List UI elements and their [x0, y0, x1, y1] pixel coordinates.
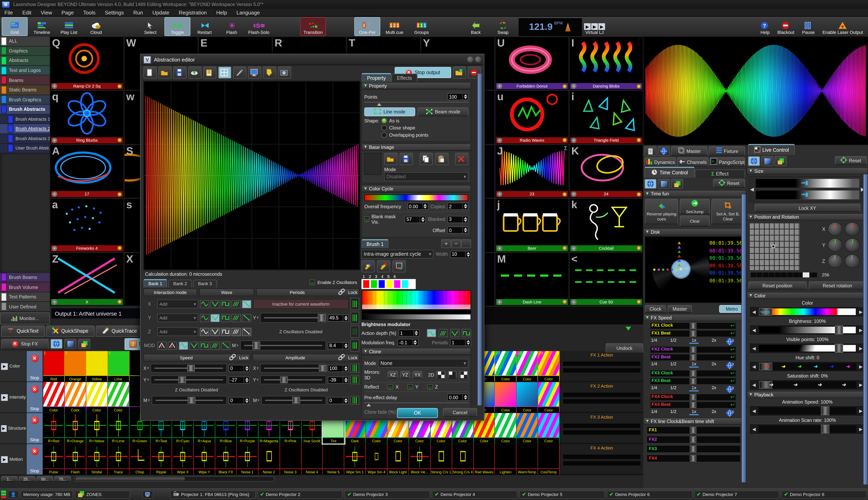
brush-swatch[interactable] [371, 280, 377, 288]
panelA-scrollbar[interactable] [741, 194, 746, 483]
base-copy-button[interactable] [420, 153, 433, 165]
mirror-yz-button[interactable]: YZ [400, 371, 410, 379]
reset-rotation-button[interactable]: Reset rotation [809, 281, 866, 289]
bm-wave-sq[interactable] [462, 329, 471, 337]
fx-blue-button[interactable] [64, 339, 76, 349]
dialog-title-bar[interactable]: V Abstraction editor [141, 54, 484, 65]
lock-xy-button[interactable]: Lock XY [755, 204, 860, 212]
fx-cell[interactable]: Ripple [151, 444, 172, 475]
tab-effect[interactable]: ΣEffect [695, 169, 745, 178]
notes-button[interactable] [203, 67, 216, 79]
quick-tool-tab[interactable]: QuickTrace [95, 326, 143, 337]
clone-mode-select[interactable]: None [378, 359, 468, 367]
fx-cell[interactable]: Chop [129, 444, 151, 475]
property-section-header[interactable]: Property [362, 82, 471, 89]
cloud-upload-button[interactable] [188, 67, 201, 79]
mirror-yx-button[interactable]: YX [412, 371, 423, 379]
cue-cell[interactable]: M Dash Line [495, 252, 569, 306]
fx-speed-scale[interactable]: 1/41/21x2x4x [651, 409, 734, 415]
points-spinner[interactable]: 100 [447, 93, 468, 100]
y-wave-line[interactable] [242, 314, 251, 322]
amp-x-fft[interactable] [351, 364, 359, 373]
tab-time-control[interactable]: Time Control [644, 167, 695, 178]
amp-m-value[interactable]: 0 [328, 397, 349, 404]
z-interaction-select[interactable]: Add [157, 327, 198, 336]
fx-cell[interactable]: R>Lime [108, 413, 129, 443]
fx-cell[interactable]: Wipe X [172, 444, 194, 475]
fx-cell[interactable]: Noise 1 [237, 444, 258, 475]
sidebar-category[interactable]: Brush Beams [0, 273, 50, 283]
ok-button[interactable]: OK [397, 408, 438, 418]
toolbar-button[interactable] [436, 17, 462, 36]
fx-line-slider[interactable]: FX1 [647, 426, 741, 434]
sidebar-category[interactable]: Brush Volume [0, 283, 50, 292]
base-paste-button[interactable] [435, 153, 448, 165]
projector-status[interactable]: ✔Demo Projector 3 [345, 490, 430, 498]
brightness-slider[interactable]: ◀▶ [749, 325, 866, 336]
menu-item[interactable]: Run [133, 9, 143, 15]
x-interaction-select[interactable]: Add [157, 299, 198, 308]
amp-x-value[interactable]: 100 [328, 365, 349, 372]
lc-layers-button[interactable] [774, 156, 787, 166]
overall-frequency-spinner[interactable]: 0.00 [407, 203, 428, 210]
fx-cell[interactable]: 2Orange [65, 351, 86, 382]
fx-cell[interactable]: Strong Crs 4 [452, 444, 473, 475]
sidebar-category[interactable]: User Brush Abstr... [0, 144, 50, 154]
z-wave-line[interactable] [242, 328, 251, 336]
toolbar-button[interactable]: Transition [300, 17, 326, 36]
fx-cell[interactable]: Noise 4 [301, 444, 323, 475]
fx-line-slider[interactable]: FX3 [647, 445, 741, 453]
sidebar-category[interactable] [0, 154, 50, 273]
fx-clock-slider[interactable]: FX3 Clock↩ [650, 370, 736, 377]
copies-spinner[interactable]: 2 [447, 203, 468, 210]
amp-x-slider[interactable] [260, 364, 326, 373]
toolbar-button[interactable] [110, 17, 136, 36]
fx-cell[interactable]: CoolTemp [538, 444, 560, 475]
fx-row-stop[interactable]: ✕Stop [27, 413, 43, 443]
toolbar-button[interactable]: Timeline [29, 17, 55, 36]
fx-cell[interactable]: Color [495, 413, 516, 443]
projector-status[interactable]: ✔Demo Projector 7 [694, 490, 780, 498]
fx-cell[interactable]: Rad Waves [474, 444, 495, 475]
panel-expand-arrow[interactable] [626, 327, 631, 330]
action-depth-spinner[interactable]: 1 [399, 329, 420, 337]
page-1-button[interactable]: 1... [1, 476, 18, 482]
menu-item[interactable]: Settings [105, 9, 124, 15]
gradient-cycle-select[interactable]: Intra-image gradient cycle [362, 250, 434, 259]
x-wave-sine[interactable] [200, 300, 209, 308]
fx-cell[interactable]: Noise 5 [323, 444, 344, 475]
fx-cell[interactable]: Wipe Sm 4 [366, 444, 388, 475]
visible-points-slider[interactable]: ◀▶ [749, 343, 866, 354]
fixture-tab[interactable]: Fixture [708, 146, 745, 156]
menu-item[interactable]: View [41, 9, 52, 15]
time-fun-header[interactable]: Time fun [643, 190, 746, 197]
toolbar-right-button[interactable]: Blackout [774, 17, 798, 36]
dynamics-tab[interactable]: Dynamics [644, 157, 676, 167]
metro-button[interactable]: Metro [719, 305, 745, 313]
fx-cell[interactable]: Color [516, 382, 538, 412]
menu-item[interactable]: Language [237, 9, 260, 15]
fx-cell[interactable]: R>Yellow [86, 413, 107, 443]
x-wave-line[interactable] [242, 300, 251, 308]
undock-button[interactable]: Undock [606, 343, 643, 353]
fx-cell[interactable]: R>Orange [65, 413, 86, 443]
dialog-pin-button[interactable] [467, 57, 473, 62]
fx-layers-button[interactable] [78, 339, 90, 349]
globe-tab-button[interactable] [658, 146, 670, 156]
base-delete-button[interactable] [455, 153, 468, 165]
display-button[interactable] [248, 67, 261, 79]
animation-scan-slider[interactable]: ◀▶ [749, 424, 866, 435]
fx-beat-slider[interactable]: FX4 Beat↩ [650, 401, 736, 409]
menu-item[interactable]: Edit [22, 9, 31, 15]
fx-cell[interactable]: 23Color [516, 351, 538, 382]
tab-bank3[interactable]: Bank 3 [193, 280, 217, 287]
projector-status[interactable]: ✔Demo Projector 8 [781, 490, 867, 498]
fx-speed-scale[interactable]: 1/41/21x2x4x [651, 362, 734, 367]
open-button[interactable] [158, 67, 172, 79]
sidebar-category[interactable]: Brush Abstracts 3 [0, 134, 50, 144]
cue-cell[interactable]: i Triangle Field [569, 90, 643, 144]
fx-row-stop[interactable]: ✕Stop [27, 351, 43, 382]
x-knob-1[interactable] [827, 222, 843, 236]
sidebar-category[interactable]: User Defined [0, 302, 50, 312]
sidebar-category[interactable]: Abstracts [0, 56, 50, 66]
